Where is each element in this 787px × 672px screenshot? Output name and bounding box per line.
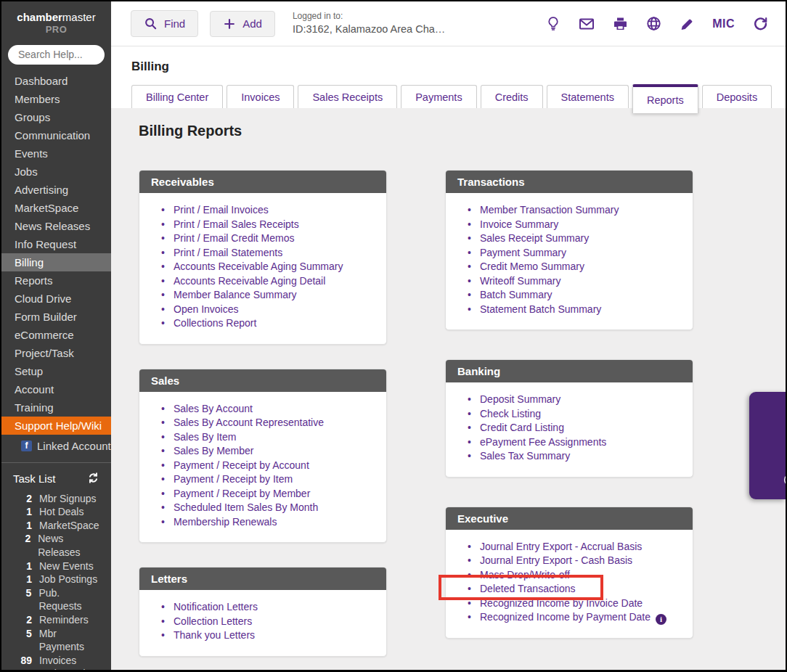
report-link-print-email-credit-memos[interactable]: Print / Email Credit Memos (160, 231, 376, 246)
report-link-check-listing[interactable]: Check Listing (466, 407, 682, 422)
sidebar-item-advertising[interactable]: Advertising (1, 181, 111, 199)
task-item-mbr-signups[interactable]: 2Mbr Signups (13, 492, 104, 506)
report-link-open-invoices[interactable]: Open Invoices (160, 303, 376, 317)
task-label: Pub. Requests (38, 586, 104, 613)
report-link-thank-you-letters[interactable]: Thank you Letters (160, 628, 376, 643)
search-help-input[interactable] (8, 45, 105, 65)
report-link-sales-by-account-representative[interactable]: Sales By Account Representative (160, 416, 376, 430)
report-link-member-transaction-summary[interactable]: Member Transaction Summary (466, 203, 682, 218)
report-link-epayment-fee-assignments[interactable]: ePayment Fee Assignments (466, 435, 682, 450)
report-link-recognized-income-by-payment-date[interactable]: Recognized Income by Payment Datei (466, 610, 682, 625)
sidebar-item-members[interactable]: Members (1, 90, 111, 108)
report-link-deleted-transactions[interactable]: Deleted Transactions (466, 582, 682, 597)
task-item-reminders[interactable]: 2Reminders (13, 613, 104, 627)
report-link-deposit-summary[interactable]: Deposit Summary (466, 393, 682, 407)
tab-reports[interactable]: Reports (632, 84, 698, 113)
tab-deposits[interactable]: Deposits (702, 85, 772, 108)
sidebar-item-news-releases[interactable]: News Releases (1, 217, 111, 235)
report-link-print-email-invoices[interactable]: Print / Email Invoices (160, 203, 376, 218)
sidebar-item-cloud-drive[interactable]: Cloud Drive (1, 290, 111, 308)
tab-credits[interactable]: Credits (481, 85, 543, 108)
task-item-invoices[interactable]: 89Invoices (13, 654, 104, 668)
need-help-tab[interactable]: Need Help? (749, 392, 786, 499)
globe-icon[interactable] (646, 16, 661, 31)
report-link-sales-receipt-summary[interactable]: Sales Receipt Summary (466, 231, 682, 246)
sidebar-item-setup[interactable]: Setup (1, 362, 111, 380)
report-link-collections-report[interactable]: Collections Report (160, 316, 376, 331)
sidebar-item-communication[interactable]: Communication (1, 126, 111, 144)
pencil-icon[interactable] (680, 17, 694, 31)
report-link-payment-summary[interactable]: Payment Summary (466, 246, 682, 261)
tab-invoices[interactable]: Invoices (227, 85, 294, 108)
tab-statements[interactable]: Statements (547, 85, 629, 108)
report-link-member-balance-summary[interactable]: Member Balance Summary (160, 288, 376, 303)
report-link-accounts-receivable-aging-summary[interactable]: Accounts Receivable Aging Summary (160, 260, 376, 274)
report-link-recognized-income-by-invoice-date[interactable]: Recognized Income by Invoice Date (466, 597, 682, 611)
report-link-print-email-sales-receipts[interactable]: Print / Email Sales Receipts (160, 218, 376, 232)
task-item-hot-deals[interactable]: 1Hot Deals (13, 505, 104, 519)
report-link-sales-by-member[interactable]: Sales By Member (160, 444, 376, 459)
task-refresh-icon[interactable] (87, 472, 99, 486)
panel-letters: LettersNotification LettersCollection Le… (139, 567, 387, 657)
envelope-icon[interactable] (579, 17, 595, 30)
tab-billing-center[interactable]: Billing Center (131, 85, 223, 108)
report-link-credit-memo-summary[interactable]: Credit Memo Summary (466, 260, 682, 274)
printer-icon[interactable] (613, 17, 628, 31)
app-window: chambermaster PRO DashboardMembersGroups… (0, 0, 787, 672)
report-link-payment-receipt-by-account[interactable]: Payment / Receipt by Account (160, 459, 376, 473)
report-link-payment-receipt-by-member[interactable]: Payment / Receipt by Member (160, 487, 376, 501)
sidebar-item-dashboard[interactable]: Dashboard (1, 72, 111, 90)
sidebar-item-billing[interactable]: Billing (1, 253, 111, 271)
report-link-scheduled-item-sales-by-month[interactable]: Scheduled Item Sales By Month (160, 501, 376, 515)
report-link-journal-entry-export-cash-basis[interactable]: Journal Entry Export - Cash Basis (466, 554, 682, 568)
report-link-accounts-receivable-aging-detail[interactable]: Accounts Receivable Aging Detail (160, 274, 376, 289)
sidebar-item-linked-account[interactable]: f Linked Account (1, 435, 111, 456)
task-count: 1 (13, 667, 32, 672)
sidebar-item-training[interactable]: Training (1, 398, 111, 417)
tab-sales-receipts[interactable]: Sales Receipts (298, 85, 397, 108)
report-link-print-email-statements[interactable]: Print / Email Statements (160, 246, 376, 261)
sidebar-item-events[interactable]: Events (1, 144, 111, 163)
sidebar-item-info-request[interactable]: Info Request (1, 235, 111, 253)
add-button[interactable]: Add (210, 11, 275, 37)
report-link-sales-by-account[interactable]: Sales By Account (160, 402, 376, 417)
task-count: 1 (13, 560, 32, 573)
report-link-sales-tax-summary[interactable]: Sales Tax Summary (466, 449, 682, 464)
sidebar-item-account[interactable]: Account (1, 380, 111, 398)
report-link-batch-summary[interactable]: Batch Summary (466, 288, 682, 303)
sidebar-item-form-builder[interactable]: Form Builder (1, 308, 111, 326)
task-item-mbr-payments[interactable]: 5Mbr Payments (13, 627, 104, 654)
task-item-news-releases[interactable]: 2News Releases (13, 532, 104, 559)
sidebar-item-jobs[interactable]: Jobs (1, 163, 111, 181)
report-link-sales-by-item[interactable]: Sales By Item (160, 430, 376, 445)
find-button[interactable]: Find (131, 10, 198, 37)
report-link-statement-batch-summary[interactable]: Statement Batch Summary (466, 303, 682, 317)
report-link-payment-receipt-by-item[interactable]: Payment / Receipt by Item (160, 472, 376, 487)
report-link-mass-drop-write-off[interactable]: Mass Drop/Write-off (466, 568, 682, 583)
refresh-icon[interactable] (753, 16, 768, 31)
report-link-writeoff-summary[interactable]: Writeoff Summary (466, 274, 682, 289)
panel-links: Notification LettersCollection LettersTh… (139, 590, 386, 656)
report-link-credit-card-listing[interactable]: Credit Card Listing (466, 421, 682, 435)
tab-payments[interactable]: Payments (401, 85, 476, 108)
task-item-pub-requests[interactable]: 5Pub. Requests (13, 586, 104, 613)
report-link-journal-entry-export-accrual-basis[interactable]: Journal Entry Export - Accrual Basis (466, 540, 682, 554)
lightbulb-icon[interactable] (546, 16, 560, 31)
sidebar-item-ecommerce[interactable]: eCommerce (1, 326, 111, 344)
report-link-collection-letters[interactable]: Collection Letters (160, 615, 376, 629)
page-header: Billing Billing CenterInvoicesSales Rece… (111, 46, 786, 108)
task-item-new-events[interactable]: 1New Events (13, 560, 104, 573)
sidebar-item-groups[interactable]: Groups (1, 108, 111, 126)
info-icon[interactable]: i (656, 614, 666, 625)
report-link-membership-renewals[interactable]: Membership Renewals (160, 515, 376, 530)
sidebar-item-marketspace[interactable]: MarketSpace (1, 199, 111, 217)
task-item-job-postings[interactable]: 1Job Postings (13, 573, 104, 586)
sidebar-item-support-help-wiki[interactable]: Support Help/Wiki (1, 417, 111, 435)
mic-label[interactable]: MIC (712, 17, 735, 30)
sidebar-item-reports[interactable]: Reports (1, 271, 111, 290)
sidebar-item-project-task[interactable]: Project/Task (1, 344, 111, 362)
report-link-invoice-summary[interactable]: Invoice Summary (466, 218, 682, 232)
task-item-marketspace[interactable]: 1MarketSpace (13, 519, 104, 533)
report-link-notification-letters[interactable]: Notification Letters (160, 600, 376, 615)
task-item-web-leads[interactable]: 1Web Leads (13, 667, 104, 672)
